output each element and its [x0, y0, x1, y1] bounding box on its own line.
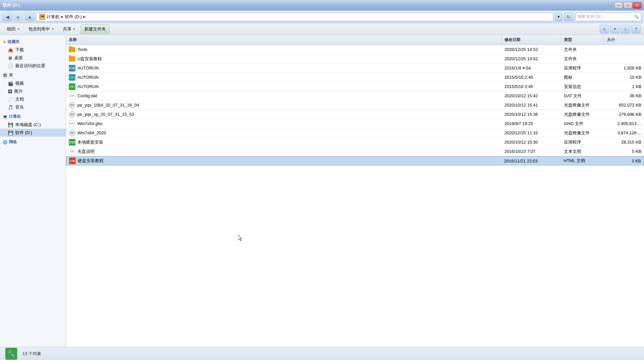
table-row[interactable]: GHO Win7x64.gho 2019/9/7 19:25 GHO 文件 2,…	[66, 119, 644, 128]
maximize-button[interactable]: □	[623, 2, 632, 9]
dat-icon: DAT	[69, 93, 75, 99]
file-name: 光盘说明	[77, 149, 95, 155]
address-dropdown[interactable]: ▼	[555, 13, 562, 21]
file-name: U盘安装教程	[77, 56, 102, 62]
forward-button[interactable]: ▶	[14, 13, 23, 21]
table-row[interactable]: INF AUTORUN 2015/5/10 2:45 安装信息 1 KB	[66, 82, 644, 91]
table-row[interactable]: ICO AUTORUN 2015/5/10 2:45 图标 10 KB	[66, 73, 644, 82]
file-size-cell	[604, 45, 644, 54]
file-name: 硬盘安装教程	[78, 158, 104, 164]
file-modified-cell: 2020/10/12 15:41	[502, 101, 561, 110]
table-row[interactable]: U盘安装教程 2020/12/25 14:52 文件夹	[66, 54, 644, 64]
file-name: Win7x64.gho	[77, 121, 103, 126]
network-header[interactable]: 🌐 网络	[0, 138, 66, 146]
html-icon: HTM	[69, 158, 76, 164]
col-type[interactable]: 类型	[561, 35, 604, 45]
table-row[interactable]: DAT Config.dat 2020/10/12 15:42 DAT 文件 3…	[66, 91, 644, 101]
downloads-icon: 📥	[8, 48, 13, 53]
up-button[interactable]: ▲	[25, 13, 34, 21]
exe-green-icon: EXE	[69, 139, 75, 146]
sidebar-item-doc[interactable]: 📄 文档	[0, 95, 66, 103]
computer-path-label: 计算机	[47, 14, 60, 20]
file-size-cell: 1,926 KB	[604, 64, 644, 72]
video-icon: 🎬	[8, 81, 13, 86]
view-list-button[interactable]: ≡	[600, 25, 609, 33]
folder-icon	[69, 56, 75, 62]
sidebar-item-software-d[interactable]: 💾 软件 (D:)	[0, 129, 66, 137]
iso-icon: ISO	[69, 102, 75, 109]
table-row[interactable]: EXE 本地硬盘安装 2020/10/12 15:30 应用程序 28,315 …	[66, 138, 644, 147]
refresh-button[interactable]: ↻	[564, 13, 573, 21]
file-type: DAT 文件	[564, 93, 582, 99]
file-type-cell: 光盘映像文件	[561, 128, 604, 137]
file-name: pe_yqs_1064_20_07_31_16_04	[77, 103, 139, 108]
file-modified: 2020/10/12 15:41	[504, 103, 538, 108]
title-bar-left: 软件 (D:)	[3, 2, 20, 8]
library-header[interactable]: 📚 库	[0, 71, 66, 79]
file-modified: 2015/5/10 2:45	[504, 84, 533, 89]
file-name: AUTORUN	[77, 66, 99, 70]
status-logo: 🔧	[5, 348, 17, 360]
sidebar-item-desktop[interactable]: 🖥 桌面	[0, 54, 66, 62]
file-type-cell: 文件夹	[561, 45, 604, 54]
table-row[interactable]: ISO Win7x64_2020 2020/12/25 11:32 光盘映像文件…	[66, 128, 644, 138]
table-row[interactable]: TXT 光盘说明 2016/10/23 7:07 文本文档 5 KB	[66, 147, 644, 156]
file-modified-cell: 2020/12/25 11:32	[502, 128, 561, 137]
file-type-cell: DAT 文件	[561, 91, 604, 100]
file-name: Config.dat	[77, 93, 97, 98]
table-row[interactable]: EXE AUTORUN 2016/1/8 4:54 应用程序 1,926 KB	[66, 64, 644, 73]
title-bar: 软件 (D:) ─ □ ✕	[0, 0, 644, 11]
sidebar-item-recent[interactable]: 🕐 最近访问的位置	[0, 62, 66, 70]
file-size: 3,874,126 ...	[618, 130, 641, 135]
txt-icon: TXT	[69, 148, 75, 155]
file-name: Win7x64_2020	[77, 130, 106, 135]
minimize-button[interactable]: ─	[614, 2, 623, 9]
file-modified-cell: 2020/10/12 15:36	[502, 110, 561, 119]
organize-button[interactable]: 组织 ▼	[3, 24, 23, 34]
file-name-cell: EXE AUTORUN	[66, 64, 502, 72]
file-type-cell: 安装信息	[561, 82, 604, 91]
computer-header[interactable]: 💻 计算机	[0, 112, 66, 121]
file-modified-cell: 2016/10/23 7:07	[502, 147, 561, 156]
file-name-cell: DAT Config.dat	[66, 91, 502, 100]
help-button[interactable]: ?	[631, 25, 641, 33]
view-icon-button[interactable]: ▼	[610, 25, 620, 33]
search-box[interactable]: 搜索 软件 (D:) 🔍	[575, 13, 641, 21]
back-button[interactable]: ◀	[3, 13, 12, 21]
iso-icon: ISO	[69, 111, 75, 118]
file-size-cell: 1 KB	[604, 82, 644, 91]
sidebar-item-image[interactable]: 🖼 图片	[0, 87, 66, 95]
share-button[interactable]: 共享 ▼	[59, 24, 79, 34]
new-folder-button[interactable]: 新建文件夹	[81, 24, 109, 34]
file-size-cell: 5 KB	[604, 147, 644, 156]
sidebar-item-music[interactable]: 🎵 音乐	[0, 103, 66, 111]
col-size[interactable]: 大小	[604, 35, 644, 45]
table-row[interactable]: ISO pe_yqs_1064_20_07_31_16_04 2020/10/1…	[66, 101, 644, 110]
table-row[interactable]: HTM 硬盘安装教程 2016/11/21 22:03 HTML 文档 3 KB	[66, 156, 644, 165]
favorites-header[interactable]: ★ 收藏夹	[0, 38, 66, 46]
sidebar-item-downloads[interactable]: 📥 下载	[0, 46, 66, 54]
col-modified[interactable]: 修改日期	[502, 35, 561, 45]
file-type-cell: 文本文档	[561, 147, 604, 156]
sidebar-item-local-c[interactable]: 💾 本地磁盘 (C:)	[0, 121, 66, 129]
table-row[interactable]: Tools 2020/12/25 14:52 文件夹	[66, 45, 644, 54]
file-modified-cell: 2020/10/12 15:30	[502, 138, 561, 147]
file-type-cell: 应用程序	[561, 138, 604, 147]
file-type: 光盘映像文件	[564, 130, 590, 136]
include-library-button[interactable]: 包含到库中 ▼	[25, 24, 58, 34]
share-arrow: ▼	[73, 27, 76, 31]
file-modified-cell: 2015/5/10 2:45	[502, 82, 561, 91]
preview-button[interactable]: □	[621, 25, 630, 33]
file-name: AUTORUN	[77, 84, 99, 89]
sidebar-item-video[interactable]: 🎬 视频	[0, 79, 66, 87]
file-modified: 2020/12/25 14:52	[504, 56, 538, 61]
col-name[interactable]: 名称	[66, 35, 502, 45]
table-row[interactable]: ISO pe_yqs_xp_20_07_31_15_53 2020/10/12 …	[66, 110, 644, 119]
file-size-cell: 3,874,126 ...	[604, 128, 644, 137]
file-size-cell: 10 KB	[604, 73, 644, 82]
address-path[interactable]: 💻 计算机 ▶ 软件 (D:) ▶	[36, 13, 553, 21]
file-name-cell: Tools	[66, 45, 502, 54]
close-button[interactable]: ✕	[633, 2, 641, 9]
file-type-cell: 光盘映像文件	[561, 110, 604, 119]
file-name-cell: HTM 硬盘安装教程	[66, 157, 501, 165]
